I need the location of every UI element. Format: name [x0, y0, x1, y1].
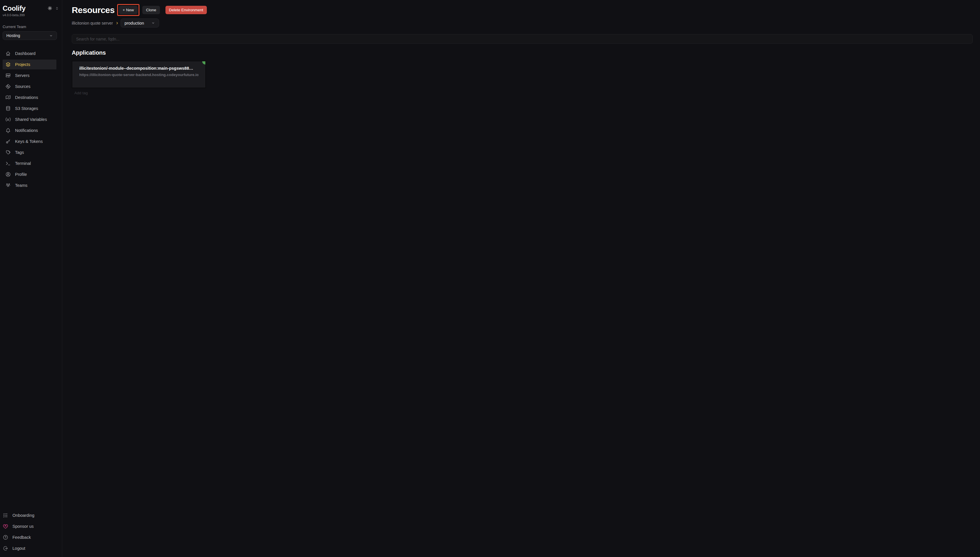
sidebar-item-label: Shared Variables	[15, 117, 47, 122]
application-name: illicitestonion/-module--decomposition:m…	[79, 66, 197, 70]
sidebar-item-label: Dashboard	[15, 51, 36, 56]
map-icon	[5, 94, 11, 100]
current-team-label: Current Team	[3, 24, 59, 29]
sidebar-item-label: Destinations	[15, 95, 38, 100]
application-url: https://illicitonion-quote-server-backen…	[79, 73, 199, 77]
database-icon	[5, 106, 11, 111]
main-content: Resources + New Clone Delete Environment…	[62, 0, 490, 278]
sidebar-item-tags[interactable]: Tags	[3, 148, 56, 157]
sidebar: Coolify v4.0.0-beta.399 Current Team Hos…	[0, 0, 62, 278]
logo-icons	[47, 6, 59, 11]
sidebar-item-projects[interactable]: Projects	[3, 60, 56, 69]
sidebar-flex-spacer	[0, 190, 62, 278]
terminal-icon	[5, 161, 11, 166]
status-indicator-dot	[202, 61, 206, 65]
variable-icon	[5, 117, 11, 122]
sidebar-item-label: Keys & Tokens	[15, 139, 43, 144]
add-tag-button[interactable]: Add tag	[72, 91, 88, 95]
team-select-value: Hosting	[7, 33, 20, 38]
chevron-down-icon	[49, 34, 53, 38]
page-title: Resources	[72, 5, 114, 15]
app-version: v4.0.0-beta.399	[3, 13, 59, 17]
sidebar-item-label: Sources	[15, 84, 30, 89]
application-card[interactable]: illicitestonion/-module--decomposition:m…	[72, 61, 206, 88]
sidebar-top: Coolify v4.0.0-beta.399 Current Team Hos…	[0, 0, 62, 190]
sidebar-item-label: Terminal	[15, 161, 31, 166]
theme-toggle-sun-icon[interactable]	[47, 6, 52, 11]
sidebar-item-label: Tags	[15, 150, 24, 155]
breadcrumb-project[interactable]: illicitonion quote server	[72, 21, 113, 26]
breadcrumb: illicitonion quote server production	[72, 18, 490, 28]
sidebar-item-label: S3 Storages	[15, 106, 38, 111]
sidebar-item-dashboard[interactable]: Dashboard	[3, 49, 56, 59]
sidebar-item-label: Teams	[15, 183, 28, 188]
layers-icon	[5, 62, 11, 67]
applications-section-title: Applications	[72, 49, 490, 56]
team-select[interactable]: Hosting	[3, 31, 57, 40]
sidebar-item-label: Projects	[15, 62, 30, 67]
tag-icon	[5, 150, 11, 155]
sidebar-item-label: Servers	[15, 73, 29, 78]
home-icon	[5, 50, 11, 56]
theme-selector-icon[interactable]	[55, 6, 59, 11]
sidebar-nav: Dashboard Projects Servers Sources Desti…	[3, 49, 59, 190]
bell-icon	[5, 127, 11, 134]
sidebar-item-s3-storages[interactable]: S3 Storages	[3, 104, 56, 113]
page-header: Resources + New Clone Delete Environment	[72, 4, 490, 16]
sidebar-item-servers[interactable]: Servers	[3, 70, 56, 80]
sidebar-item-profile[interactable]: Profile	[3, 169, 56, 179]
click-target-annotation: + New	[117, 4, 139, 16]
sidebar-item-shared-variables[interactable]: Shared Variables	[3, 114, 56, 124]
sidebar-item-keys-tokens[interactable]: Keys & Tokens	[3, 137, 56, 147]
user-circle-icon	[5, 171, 11, 177]
clone-button[interactable]: Clone	[142, 6, 160, 14]
git-icon	[5, 83, 11, 90]
chevron-down-icon	[151, 21, 155, 25]
users-group-icon	[5, 182, 11, 188]
key-icon	[5, 138, 11, 144]
environment-select-value: production	[124, 21, 144, 26]
sidebar-item-teams[interactable]: Teams	[3, 181, 56, 190]
new-button[interactable]: + New	[119, 6, 138, 14]
logo-row: Coolify	[3, 4, 59, 13]
sidebar-item-sources[interactable]: Sources	[3, 81, 56, 91]
server-icon	[5, 73, 11, 78]
sidebar-item-label: Notifications	[15, 128, 38, 133]
chevron-right-icon	[116, 21, 119, 25]
sidebar-item-destinations[interactable]: Destinations	[3, 93, 56, 103]
sidebar-item-terminal[interactable]: Terminal	[3, 158, 56, 168]
delete-environment-button[interactable]: Delete Environment	[166, 6, 207, 14]
app-logo: Coolify	[3, 4, 26, 13]
search-input[interactable]	[72, 34, 490, 44]
sidebar-item-label: Profile	[15, 172, 27, 177]
environment-select[interactable]: production	[120, 18, 159, 28]
sidebar-item-notifications[interactable]: Notifications	[3, 125, 56, 135]
